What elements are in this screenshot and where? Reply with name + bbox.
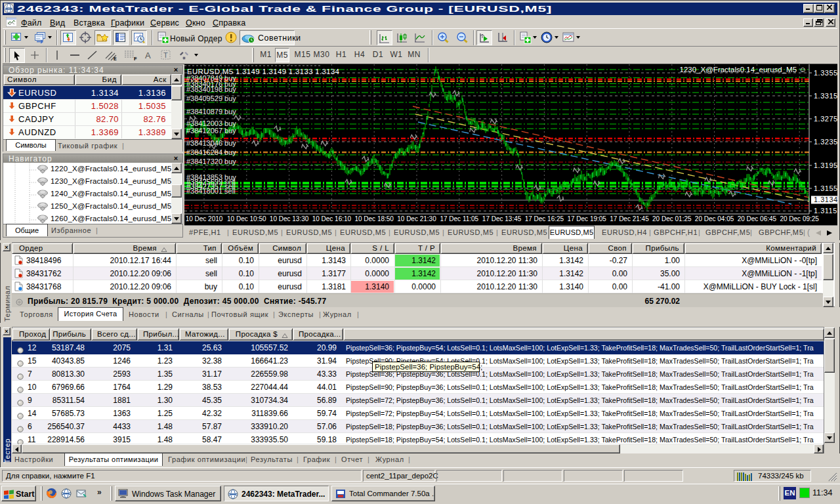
svg-text:E: E: [114, 56, 117, 61]
svg-text:20 Dec 09:25: 20 Dec 09:25: [780, 215, 819, 222]
svg-text:1230_X@Fractals0.14_eurusd_M5: 1230_X@Fractals0.14_eurusd_M5 ☺: [680, 66, 807, 74]
svg-text:1.3195: 1.3195: [814, 161, 837, 169]
svg-text:17 Dec 16:25: 17 Dec 16:25: [525, 215, 564, 222]
svg-text:#38410879 buy: #38410879 buy: [186, 108, 236, 116]
svg-text:20 Dec 04:05: 20 Dec 04:05: [695, 215, 734, 222]
svg-text:1.3315: 1.3315: [814, 92, 837, 100]
svg-text:#38417320 buy: #38417320 buy: [186, 158, 236, 165]
svg-text:17 Dec 13:45: 17 Dec 13:45: [482, 215, 522, 222]
svg-text:10 Dec 13:30: 10 Dec 13:30: [270, 215, 309, 222]
svg-text:17 Dec 11:05: 17 Dec 11:05: [440, 215, 478, 222]
svg-text:20 Dec 01:25: 20 Dec 01:25: [652, 215, 692, 222]
svg-text:#38416284 buy: #38416284 buy: [186, 148, 236, 156]
svg-text:#38409529 buy: #38409529 buy: [186, 94, 236, 102]
svg-text:T: T: [163, 51, 168, 59]
svg-text:1.3155: 1.3155: [814, 184, 837, 192]
svg-text:17 Dec 19:05: 17 Dec 19:05: [567, 215, 606, 222]
svg-text:10 Dec 18:50: 10 Dec 18:50: [354, 215, 394, 222]
svg-text:#38340198 buy: #38340198 buy: [186, 85, 236, 93]
svg-text:1.3235: 1.3235: [814, 138, 837, 146]
svg-text:#38418001 sell: #38418001 sell: [186, 187, 236, 195]
svg-text:10 Dec 21:30: 10 Dec 21:30: [397, 215, 436, 222]
svg-text:#38412067 buy: #38412067 buy: [186, 127, 236, 135]
svg-text:A: A: [145, 51, 151, 60]
svg-text:1.3275: 1.3275: [814, 115, 837, 123]
svg-text:10 Dec 16:10: 10 Dec 16:10: [312, 215, 352, 222]
svg-text:17 Dec 21:45: 17 Dec 21:45: [610, 215, 649, 222]
svg-text:1.3134: 1.3134: [814, 196, 837, 203]
svg-text:1.3115: 1.3115: [814, 207, 837, 215]
svg-text:10 Dec 2010: 10 Dec 2010: [186, 215, 223, 222]
svg-text:20 Dec 06:45: 20 Dec 06:45: [738, 215, 777, 222]
svg-text:#38413046 buy: #38413046 buy: [186, 139, 236, 147]
svg-text:10 Dec 10:50: 10 Dec 10:50: [227, 215, 266, 222]
svg-text:1.3355: 1.3355: [814, 69, 837, 77]
svg-text:F: F: [134, 56, 137, 61]
